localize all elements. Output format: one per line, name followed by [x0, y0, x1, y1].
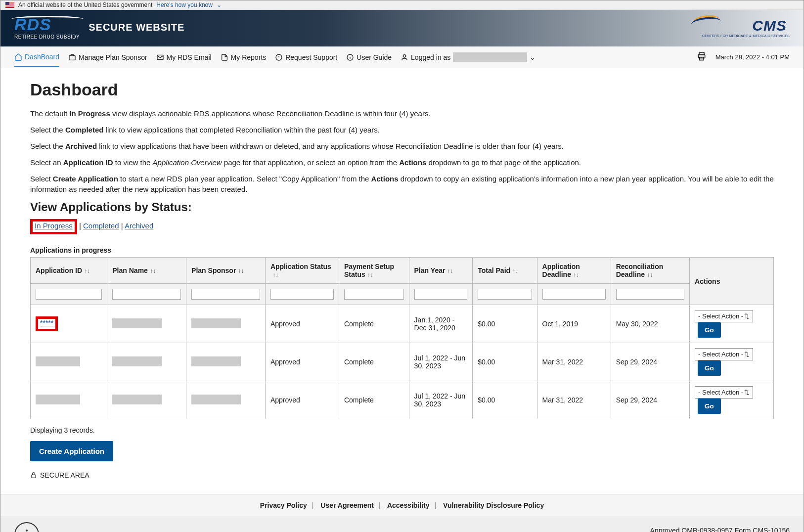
gov-banner: An official website of the United States… — [0, 0, 804, 10]
redacted — [36, 356, 80, 366]
intro-p1: The default In Progress view displays ac… — [30, 108, 774, 119]
sort-icon[interactable]: ↑↓ — [238, 267, 244, 274]
nav-request-support[interactable]: Request Support — [275, 53, 337, 61]
filter-application-deadline[interactable] — [542, 289, 606, 300]
col-reconciliation-deadline[interactable]: Reconciliation Deadline↑↓ — [611, 258, 689, 284]
how-you-know-link[interactable]: Here's how you know — [156, 1, 213, 8]
nav-bar: DashBoard Manage Plan Sponsor My RDS Ema… — [0, 46, 804, 68]
svg-point-16 — [26, 530, 28, 532]
intro-p5: Select Create Application to start a new… — [30, 174, 774, 194]
svg-rect-15 — [32, 475, 36, 478]
cms-logo: CMS CENTERS FOR MEDICARE & MEDICAID SERV… — [702, 17, 790, 38]
svg-rect-4 — [5, 5, 14, 6]
filter-reconciliation-deadline[interactable] — [616, 289, 684, 300]
select-action-dropdown[interactable]: - Select Action -⇅ — [695, 348, 753, 360]
user-icon — [401, 53, 408, 61]
cell-plan-year: Jan 1, 2020 - Dec 31, 2020 — [409, 305, 473, 343]
col-application-status[interactable]: Application Status↑↓ — [265, 258, 339, 284]
col-payment-status[interactable]: Payment Setup Status↑↓ — [339, 258, 409, 284]
filter-plan-sponsor[interactable] — [191, 289, 260, 300]
select-arrows-icon: ⇅ — [744, 312, 750, 320]
redacted — [191, 318, 241, 328]
link-completed[interactable]: Completed — [83, 222, 119, 230]
go-button[interactable]: Go — [698, 399, 721, 414]
col-application-id[interactable]: Application ID↑↓ — [31, 258, 107, 284]
cell-plan-year: Jul 1, 2022 - Jun 30, 2023 — [409, 343, 473, 381]
sort-icon[interactable]: ↑↓ — [84, 267, 90, 274]
col-plan-sponsor[interactable]: Plan Sponsor↑↓ — [186, 258, 266, 284]
filter-plan-year[interactable] — [414, 289, 468, 300]
link-user-agreement[interactable]: User Agreement — [320, 501, 374, 509]
sort-icon[interactable]: ↑↓ — [512, 267, 518, 274]
link-in-progress[interactable]: In Progress — [35, 222, 73, 230]
cell-pay-status: Complete — [339, 305, 409, 343]
sort-icon[interactable]: ↑↓ — [367, 271, 373, 278]
filter-plan-name[interactable] — [112, 289, 181, 300]
cell-app-status: Approved — [265, 343, 339, 381]
cell-rec-deadline: May 30, 2022 — [611, 305, 689, 343]
sort-icon[interactable]: ↑↓ — [150, 267, 156, 274]
col-actions: Actions — [690, 258, 774, 305]
select-arrows-icon: ⇅ — [744, 351, 750, 358]
go-button[interactable]: Go — [698, 360, 721, 376]
link-privacy-policy[interactable]: Privacy Policy — [260, 501, 307, 509]
us-flag-icon — [5, 2, 14, 8]
page-title: Dashboard — [30, 80, 774, 99]
cell-app-status: Approved — [265, 381, 339, 419]
user-name-redacted — [453, 52, 527, 62]
mail-icon — [156, 53, 164, 61]
cell-rec-deadline: Sep 29, 2024 — [611, 381, 689, 419]
sort-icon[interactable]: ↑↓ — [447, 267, 453, 274]
application-id-link[interactable]: ***** — [40, 319, 53, 327]
nav-manage-plan-sponsor[interactable]: Manage Plan Sponsor — [68, 53, 147, 61]
nav-dashboard[interactable]: DashBoard — [14, 53, 59, 67]
svg-rect-5 — [5, 6, 14, 7]
nav-my-rds-email[interactable]: My RDS Email — [156, 53, 212, 61]
nav-my-reports[interactable]: My Reports — [221, 53, 267, 61]
intro-p2: Select the Completed link to view applic… — [30, 125, 774, 135]
go-button[interactable]: Go — [698, 322, 721, 338]
filter-application-id[interactable] — [36, 289, 102, 300]
nav-logged-in[interactable]: Logged in as ⌄ — [401, 52, 536, 62]
highlight-app-id: ***** — [36, 316, 58, 331]
print-icon — [697, 51, 707, 61]
intro-p3: Select the Archived link to view applica… — [30, 141, 774, 151]
col-application-deadline[interactable]: Application Deadline↑↓ — [537, 258, 611, 284]
nav-user-guide[interactable]: User Guide — [346, 53, 392, 61]
omb-line-1: Approved OMB-0938-0957 Form CMS-10156 — [650, 527, 790, 532]
cell-total-paid: $0.00 — [473, 381, 537, 419]
filter-payment-status[interactable] — [344, 289, 404, 300]
view-by-status-heading: View Applications by Status: — [30, 200, 774, 214]
intro-p4: Select an Application ID to view the App… — [30, 157, 774, 168]
select-action-dropdown[interactable]: - Select Action -⇅ — [695, 310, 753, 322]
col-plan-year[interactable]: Plan Year↑↓ — [409, 258, 473, 284]
cell-app-deadline: Mar 31, 2022 — [537, 381, 611, 419]
sort-icon[interactable]: ↑↓ — [272, 271, 278, 278]
create-application-button[interactable]: Create Application — [30, 441, 113, 461]
sort-icon[interactable]: ↑↓ — [647, 271, 653, 278]
file-icon — [221, 53, 228, 61]
link-accessibility[interactable]: Accessibility — [387, 501, 430, 509]
gov-banner-text: An official website of the United States… — [18, 1, 152, 8]
filter-application-status[interactable] — [270, 289, 334, 300]
redacted — [112, 318, 162, 328]
select-arrows-icon: ⇅ — [744, 389, 750, 396]
table-caption: Applications in progress — [30, 246, 774, 254]
timestamp: March 28, 2022 - 4:01 PM — [715, 53, 790, 61]
chevron-down-icon[interactable]: ⌄ — [530, 53, 536, 61]
select-action-dropdown[interactable]: - Select Action -⇅ — [695, 386, 753, 399]
col-plan-name[interactable]: Plan Name↑↓ — [107, 258, 186, 284]
chevron-down-icon[interactable]: ⌄ — [217, 1, 222, 8]
table-row: ***** Approved Complete Jan 1, 2020 - De… — [31, 305, 774, 343]
print-button[interactable] — [697, 51, 707, 63]
status-links: In Progress | Completed | Archived — [30, 219, 774, 234]
cell-total-paid: $0.00 — [473, 343, 537, 381]
cell-plan-year: Jul 1, 2022 - Jun 30, 2023 — [409, 381, 473, 419]
footer-links: Privacy Policy| User Agreement| Accessib… — [0, 494, 804, 516]
svg-point-11 — [403, 54, 405, 57]
link-vulnerability-disclosure[interactable]: Vulnerability Disclosure Policy — [443, 501, 544, 509]
link-archived[interactable]: Archived — [125, 222, 153, 230]
col-total-paid[interactable]: Total Paid↑↓ — [473, 258, 537, 284]
sort-icon[interactable]: ↑↓ — [573, 271, 579, 278]
filter-total-paid[interactable] — [478, 289, 532, 300]
